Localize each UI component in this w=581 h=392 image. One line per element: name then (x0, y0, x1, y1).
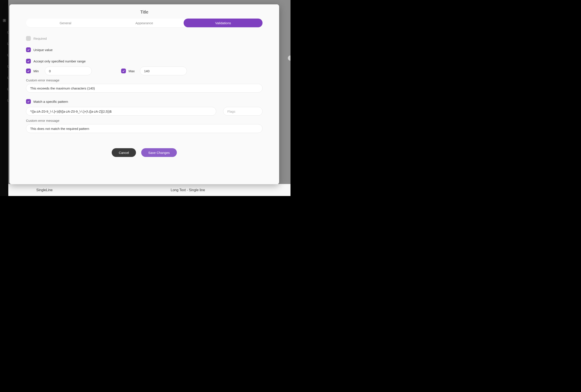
required-label: Required (34, 37, 47, 40)
range-label: Accept only specified number range (34, 59, 86, 63)
sidebar-badge: 7 (3, 19, 6, 22)
pattern-error-input[interactable] (26, 124, 262, 133)
background-table-row: SingleLine Long Text - Single line (8, 184, 290, 196)
range-error-label: Custom error message (26, 78, 262, 82)
cancel-button[interactable]: Cancel (112, 148, 136, 157)
tab-validations[interactable]: Validations (184, 18, 262, 27)
max-input[interactable] (140, 67, 187, 75)
modal-title: Title (10, 9, 279, 15)
bg-cell-left: SingleLine (36, 188, 53, 192)
min-input[interactable] (45, 67, 92, 75)
pattern-checkbox[interactable] (26, 99, 31, 104)
pattern-input[interactable] (26, 107, 216, 116)
required-checkbox[interactable] (26, 36, 31, 41)
tab-appearance[interactable]: Appearance (105, 18, 184, 27)
tab-general[interactable]: General (26, 18, 105, 27)
flags-input[interactable] (223, 107, 262, 116)
range-checkbox[interactable] (26, 59, 31, 63)
unique-checkbox[interactable] (26, 47, 31, 52)
min-checkbox[interactable] (26, 68, 31, 73)
max-label: Max (128, 69, 137, 73)
background-pill (288, 55, 290, 61)
save-button[interactable]: Save Changes (141, 148, 176, 157)
min-label: Min (34, 69, 42, 73)
app-sidebar: 7 (0, 0, 8, 196)
bg-cell-right: Long Text - Single line (171, 188, 205, 192)
field-settings-modal: Title General Appearance Validations Req… (10, 4, 279, 184)
range-error-input[interactable] (26, 84, 262, 93)
max-checkbox[interactable] (121, 68, 126, 73)
unique-label: Unique value (34, 48, 53, 52)
pattern-label: Match a specific pattern (34, 100, 68, 103)
pattern-error-label: Custom error message (26, 119, 262, 122)
modal-tabs: General Appearance Validations (26, 18, 262, 27)
